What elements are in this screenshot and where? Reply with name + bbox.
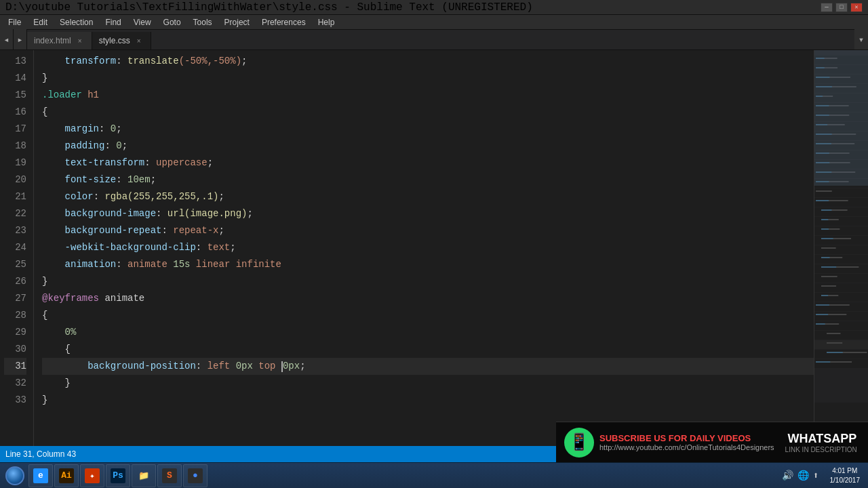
line-num-24: 24: [4, 239, 26, 256]
menu-item-goto[interactable]: Goto: [158, 16, 186, 28]
tab-close-btn[interactable]: ×: [75, 36, 85, 45]
token: color: [42, 188, 94, 205]
menu-item-file[interactable]: File: [3, 16, 26, 28]
token: {: [42, 307, 47, 324]
code-area[interactable]: transform: translate(-50%,-50%);}.loader…: [34, 50, 814, 446]
clock-time: 4:01 PM: [832, 466, 857, 476]
tab-label: index.html: [34, 36, 71, 45]
token: -webkit-background-clip: [42, 239, 196, 256]
menu-item-help[interactable]: Help: [313, 16, 340, 28]
chrome-icon: ●: [188, 468, 203, 483]
tab-tab-style[interactable]: style.css×: [92, 32, 151, 49]
tray-icon[interactable]: ⬆: [813, 470, 818, 481]
token: linear infinite: [190, 256, 281, 273]
title-bar: D:\youtube Tutorials\TextFillingWithWate…: [0, 0, 868, 15]
token: background-image: [42, 205, 156, 222]
taskbar-app-chrome[interactable]: ●: [183, 464, 208, 487]
taskbar-app-illustrator[interactable]: Ai: [54, 464, 79, 487]
tab-scroll-right[interactable]: ▸: [14, 29, 27, 49]
tab-close-btn[interactable]: ×: [134, 36, 144, 45]
token: {: [42, 341, 71, 358]
tab-end-scroll[interactable]: ▾: [854, 29, 868, 49]
taskbar-app-app3[interactable]: ✦: [80, 464, 104, 487]
menu-item-view[interactable]: View: [128, 16, 157, 28]
promo-bar: 📱 SUBSCRIBE US FOR DAILY VIDEOS http://w…: [556, 422, 868, 462]
line-num-21: 21: [4, 188, 26, 205]
whatsapp-icon: 📱: [564, 428, 594, 458]
token: 0px: [236, 358, 253, 375]
token: 15s: [173, 256, 190, 273]
token: :: [196, 358, 208, 375]
minimize-button[interactable]: ─: [821, 3, 833, 12]
menu-item-project[interactable]: Project: [219, 16, 255, 28]
token: text-transform: [42, 155, 144, 171]
tab-label: style.css: [99, 36, 130, 45]
token: font-size: [42, 171, 116, 188]
line-num-26: 26: [4, 273, 26, 290]
token: background-repeat: [42, 222, 161, 239]
minimap[interactable]: [814, 50, 868, 446]
menu-item-edit[interactable]: Edit: [28, 16, 53, 28]
taskbar-app-photoshop[interactable]: Ps: [106, 464, 130, 487]
tray-icon[interactable]: 🔊: [782, 470, 793, 481]
taskbar-app-sublime[interactable]: S: [157, 464, 182, 487]
tab-scroll-left[interactable]: ◂: [0, 29, 14, 49]
code-line-32: }: [42, 375, 814, 392]
line-num-20: 20: [4, 171, 26, 188]
taskbar-app-folder[interactable]: 📁: [132, 464, 156, 487]
close-button[interactable]: ✕: [850, 3, 863, 12]
code-line-14: }: [42, 70, 814, 87]
token: :: [94, 188, 105, 205]
token: url(image.png): [167, 205, 248, 222]
code-line-29: 0%: [42, 324, 814, 341]
line-num-16: 16: [4, 104, 26, 121]
code-line-26: }: [42, 273, 814, 290]
menu-item-find[interactable]: Find: [100, 16, 126, 28]
token: :: [104, 138, 116, 155]
line-num-28: 28: [4, 307, 26, 324]
token: 0%: [65, 324, 77, 341]
token: [42, 324, 65, 341]
tab-tab-index[interactable]: index.html×: [27, 32, 92, 49]
menu-item-preferences[interactable]: Preferences: [256, 16, 311, 28]
maximize-button[interactable]: □: [835, 3, 848, 12]
code-line-16: {: [42, 104, 814, 121]
code-line-21: color: rgba(255,255,255,.1);: [42, 188, 814, 205]
line-num-29: 29: [4, 324, 26, 341]
token: 0px: [283, 358, 300, 375]
code-line-19: text-transform: uppercase;: [42, 155, 814, 171]
token: :: [116, 171, 127, 188]
taskbar-app-internet-explorer[interactable]: e: [28, 464, 53, 487]
title-text: D:\youtube Tutorials\TextFillingWithWate…: [5, 1, 533, 14]
token: uppercase: [156, 155, 208, 171]
line-num-14: 14: [4, 70, 26, 87]
taskbar: eAi✦Ps📁S●🔊🌐⬆4:01 PM1/10/2017: [0, 462, 868, 488]
token: ;: [230, 239, 235, 256]
token: }: [42, 273, 47, 290]
tray-icon[interactable]: 🌐: [797, 470, 809, 481]
code-line-27: @keyframes animate: [42, 290, 814, 307]
illustrator-icon: Ai: [59, 468, 74, 483]
token: ;: [122, 138, 127, 155]
code-line-13: transform: translate(-50%,-50%);: [42, 53, 814, 70]
code-line-17: margin: 0;: [42, 121, 814, 138]
line-num-15: 15: [4, 87, 26, 104]
token: ;: [300, 358, 305, 375]
token: ;: [208, 155, 213, 171]
whatsapp-sub: LINK IN DESCRIPTION: [785, 446, 857, 453]
token: animate: [104, 290, 144, 307]
menu-item-tools[interactable]: Tools: [188, 16, 218, 28]
start-button[interactable]: [3, 464, 27, 487]
clock[interactable]: 4:01 PM1/10/2017: [827, 466, 863, 485]
token: h1: [87, 87, 99, 104]
line-num-22: 22: [4, 205, 26, 222]
token: margin: [42, 121, 99, 138]
token: top: [253, 358, 281, 375]
app3-icon: ✦: [85, 468, 100, 483]
line-num-13: 13: [4, 53, 26, 70]
menu-item-selection[interactable]: Selection: [54, 16, 98, 28]
token: :: [116, 256, 127, 273]
taskbar-right: 🔊🌐⬆4:01 PM1/10/2017: [776, 466, 865, 485]
photoshop-icon: Ps: [111, 468, 125, 483]
token: transform: [42, 53, 116, 70]
